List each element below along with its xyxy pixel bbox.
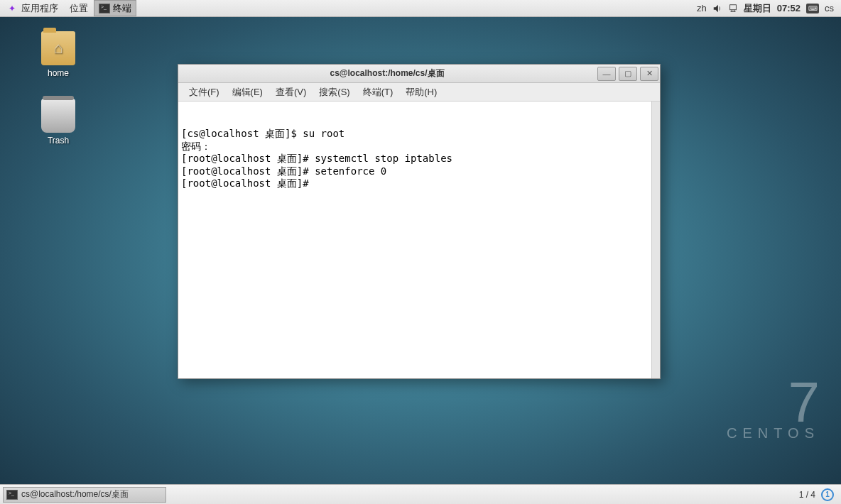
menu-help[interactable]: 帮助(H): [399, 84, 443, 101]
workspace-text[interactable]: 1 / 4: [799, 490, 815, 500]
bottom-panel: cs@localhost:/home/cs/桌面 1 / 4 1: [0, 484, 841, 504]
home-label: home: [30, 68, 87, 78]
input-method-indicator[interactable]: zh: [697, 3, 707, 13]
folder-home-icon: [41, 31, 75, 65]
menu-file[interactable]: 文件(F): [183, 84, 226, 101]
panel-left: 应用程序 位置 终端: [3, 0, 136, 16]
brand-name: CENTOS: [727, 425, 820, 442]
places-label: 位置: [70, 2, 88, 15]
terminal-scrollbar[interactable]: [651, 102, 660, 378]
workspace-indicator-icon[interactable]: 1: [821, 488, 834, 501]
panel-running-app[interactable]: 终端: [94, 0, 136, 16]
terminal-icon: [99, 4, 110, 13]
window-title: cs@localhost:/home/cs/桌面: [178, 67, 596, 80]
user-menu[interactable]: cs: [825, 3, 834, 13]
applications-menu[interactable]: 应用程序: [3, 0, 64, 16]
applications-label: 应用程序: [21, 2, 58, 15]
desktop[interactable]: home Trash 7 CENTOS cs@localhost:/home/c…: [0, 17, 841, 484]
taskbar-label: cs@localhost:/home/cs/桌面: [21, 488, 129, 500]
terminal-line: [cs@localhost 桌面]$ su root: [181, 128, 657, 141]
close-button[interactable]: ✕: [640, 67, 658, 81]
terminal-line: [root@localhost 桌面]#: [181, 177, 657, 190]
centos-icon: [9, 4, 18, 13]
trash-icon: [41, 99, 75, 133]
running-app-label: 终端: [113, 2, 131, 15]
os-brand: 7 CENTOS: [727, 380, 820, 442]
clock-day[interactable]: 星期日: [744, 2, 771, 15]
clock-time[interactable]: 07:52: [777, 3, 801, 13]
menu-search[interactable]: 搜索(S): [313, 84, 356, 101]
bottom-panel-right: 1 / 4 1: [799, 488, 838, 501]
places-menu[interactable]: 位置: [64, 0, 94, 16]
window-controls: — ▢ ✕: [596, 67, 660, 81]
terminal-line: [root@localhost 桌面]# setenforce 0: [181, 165, 657, 178]
terminal-line: [root@localhost 桌面]# systemctl stop ipta…: [181, 153, 657, 165]
menubar: 文件(F) 编辑(E) 查看(V) 搜索(S) 终端(T) 帮助(H): [178, 83, 660, 102]
brand-version: 7: [727, 380, 820, 425]
terminal-line: 密码：: [181, 141, 657, 153]
taskbar-terminal-button[interactable]: cs@localhost:/home/cs/桌面: [3, 487, 166, 503]
trash-label: Trash: [30, 136, 87, 146]
terminal-icon: [6, 490, 18, 500]
maximize-button[interactable]: ▢: [619, 67, 637, 81]
panel-right: zh 星期日 07:52 ⌨ cs: [697, 0, 838, 16]
menu-edit[interactable]: 编辑(E): [226, 84, 269, 101]
titlebar[interactable]: cs@localhost:/home/cs/桌面 — ▢ ✕: [178, 65, 660, 83]
menu-view[interactable]: 查看(V): [269, 84, 313, 101]
desktop-icon-trash[interactable]: Trash: [30, 99, 87, 146]
keyboard-icon[interactable]: ⌨: [806, 4, 819, 13]
terminal-body[interactable]: [cs@localhost 桌面]$ su root密码：[root@local…: [178, 102, 660, 378]
terminal-window: cs@localhost:/home/cs/桌面 — ▢ ✕ 文件(F) 编辑(…: [178, 64, 661, 379]
top-panel: 应用程序 位置 终端 zh 星期日 07:52 ⌨ cs: [0, 0, 841, 17]
svg-rect-0: [729, 4, 736, 9]
volume-icon[interactable]: [712, 4, 722, 13]
desktop-icon-home[interactable]: home: [30, 31, 87, 78]
menu-terminal[interactable]: 终端(T): [357, 84, 400, 101]
minimize-button[interactable]: —: [597, 67, 616, 81]
network-icon[interactable]: [728, 4, 738, 13]
